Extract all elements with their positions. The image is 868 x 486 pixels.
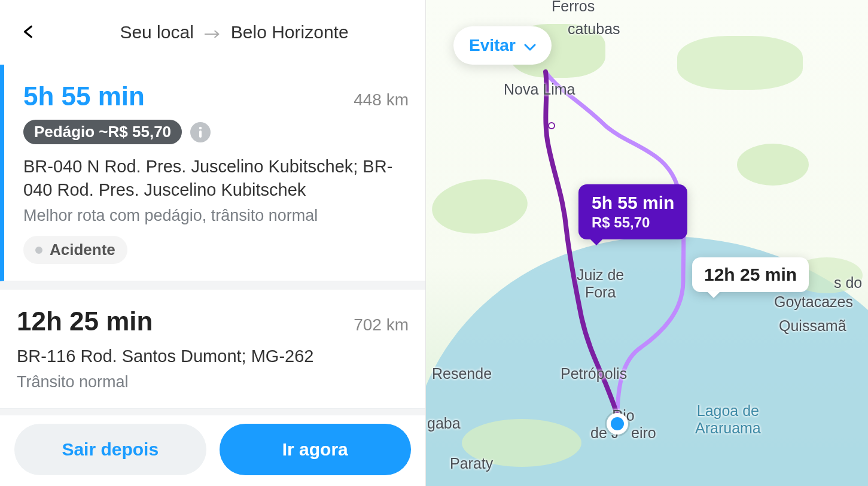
route-via: BR-116 Rod. Santos Dumont; MG-262 (17, 345, 409, 368)
route-list: 5h 55 min 448 km Pedágio ~R$ 55,70 BR-04… (0, 65, 425, 415)
route-panel: Seu local Belo Horizonte 5h 55 min 448 k… (0, 0, 426, 486)
svg-point-2 (549, 123, 555, 129)
route-from: Seu local (120, 22, 193, 42)
toll-badge: Pedágio ~R$ 55,70 (23, 120, 182, 144)
map-callout-main[interactable]: 5h 55 min R$ 55,70 (578, 184, 687, 239)
svg-rect-1 (199, 130, 202, 138)
map-callout-main-time: 5h 55 min (592, 193, 674, 212)
route-note: Trânsito normal (17, 373, 409, 391)
panel-footer: Sair depois Ir agora (0, 415, 425, 486)
map-callout-main-price: R$ 55,70 (592, 214, 674, 231)
city-label: Juiz de Fora (577, 266, 624, 301)
avoid-button[interactable]: Evitar (453, 26, 552, 65)
route-card[interactable]: 5h 55 min 448 km Pedágio ~R$ 55,70 BR-04… (0, 65, 425, 281)
info-icon[interactable] (190, 122, 211, 142)
route-time: 12h 25 min (17, 306, 153, 336)
status-dot-icon (35, 247, 42, 254)
chevron-down-icon (524, 36, 536, 55)
chevron-left-icon (21, 22, 36, 43)
route-status-chip: Acidente (23, 236, 127, 264)
avoid-label: Evitar (469, 36, 516, 55)
arrow-right-icon (205, 22, 220, 42)
city-label: catubas (568, 20, 620, 38)
route-note: Melhor rota com pedágio, trânsito normal (23, 206, 409, 225)
route-status-text: Acidente (50, 241, 115, 259)
city-label: s do (834, 274, 862, 291)
route-distance: 448 km (354, 90, 409, 110)
map-callout-alt[interactable]: 12h 25 min (692, 257, 809, 292)
current-location-pin[interactable] (607, 413, 628, 435)
city-label: Ferros (552, 0, 595, 15)
map-callout-alt-time: 12h 25 min (704, 265, 797, 284)
water-label: Lagoa de Araruama (695, 402, 761, 437)
city-label: gaba (427, 415, 461, 432)
header-route: Seu local Belo Horizonte (57, 22, 411, 42)
back-button[interactable] (14, 18, 43, 47)
route-header: Seu local Belo Horizonte (0, 0, 425, 65)
map-view[interactable]: Ferros catubas Nova Lima Juiz de Fora Pe… (426, 0, 868, 486)
city-label: Nova Lima (504, 81, 575, 98)
route-distance: 702 km (354, 315, 409, 335)
svg-point-0 (199, 126, 202, 129)
route-to: Belo Horizonte (231, 22, 349, 42)
city-label: Resende (432, 365, 492, 382)
route-card[interactable]: 12h 25 min 702 km BR-116 Rod. Santos Dum… (0, 290, 425, 409)
go-now-button[interactable]: Ir agora (220, 424, 412, 475)
city-label: Petrópolis (561, 365, 627, 382)
city-label: Goytacazes (774, 293, 853, 311)
city-label: Quissamã (779, 317, 846, 335)
leave-later-button[interactable]: Sair depois (14, 424, 206, 475)
city-label: Paraty (450, 455, 493, 472)
route-via: BR-040 N Rod. Pres. Juscelino Kubitschek… (23, 155, 409, 202)
route-time: 5h 55 min (23, 81, 145, 111)
